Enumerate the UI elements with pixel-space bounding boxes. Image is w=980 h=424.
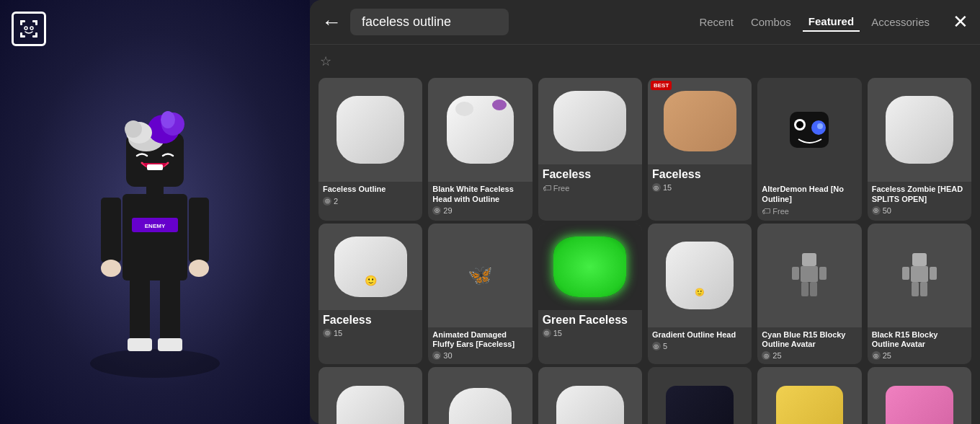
tag-icon: 🏷 [762,206,770,216]
item-green-faceless[interactable]: Green Faceless ◎ 15 [538,224,642,365]
svg-point-20 [101,260,121,277]
item-price: ◎ 50 [872,206,967,215]
svg-rect-14 [158,338,182,351]
svg-rect-15 [122,194,187,281]
tag-icon: 🏷 [543,183,551,193]
item-price: ◎ 25 [872,351,967,360]
item-price: ◎ 29 [432,206,527,215]
item-name: Faceless [323,313,418,327]
item-price: ◎ 15 [543,329,638,337]
svg-point-29 [125,120,142,138]
marketplace-header: ← faceless outline Recent Combos Feature… [310,0,980,45]
item-name: Black R15 Blocky Outline Avatar [872,330,967,349]
robux-icon: ◎ [762,351,770,360]
item-alterdemon[interactable]: AlterDemon Head [No Outline] 🏷 Free [757,78,861,221]
svg-rect-40 [801,282,808,296]
item-price: ◎ 25 [762,351,857,360]
robux-icon: ◎ [432,351,441,360]
svg-rect-39 [819,267,827,280]
character-panel: ENEMY [0,0,310,424]
svg-rect-19 [189,198,209,262]
svg-point-10 [90,349,220,378]
item-faceless-best[interactable]: BEST Faceless ◎ 15 [648,78,752,221]
item-black-blocky-avatar[interactable]: Black R15 Blocky Outline Avatar ◎ 25 [868,224,971,365]
character-view: ENEMY [0,0,310,424]
nav-tabs: Recent Combos Featured Accessories [693,12,935,32]
item-name: Faceless [652,167,747,181]
item-price: ◎ 5 [652,342,747,350]
svg-rect-3 [35,20,37,25]
robux-icon: ◎ [323,329,331,337]
item-name: Gradient Outline Head [652,330,747,340]
star-button[interactable]: ☆ [318,53,331,72]
svg-text:ENEMY: ENEMY [145,223,166,229]
svg-rect-1 [20,20,22,25]
robux-icon: ◎ [543,329,551,337]
svg-rect-30 [147,164,163,170]
item-row3-3[interactable]: 🙂 [538,367,642,424]
item-name: Animated Damaged Fluffy Ears [Faceless] [432,330,527,349]
item-name: Faceless [543,167,638,181]
items-grid-row1: Faceless Outline ◎ 2 Blank White Facel [318,78,971,221]
svg-rect-18 [101,198,121,262]
robux-icon: ◎ [323,197,331,206]
robux-icon: ◎ [652,183,661,192]
robux-icon: ◎ [872,351,881,360]
item-row3-4[interactable] [648,367,752,424]
svg-rect-5 [20,32,22,37]
close-button[interactable]: ✕ [953,11,968,33]
item-name: Faceless Zombie [HEAD SPLITS OPEN] [872,185,967,203]
svg-point-27 [161,111,175,128]
item-faceless-free[interactable]: Faceless 🏷 Free [538,78,642,221]
items-grid-row2: 🙂 Faceless ◎ 15 🦋 [318,224,971,365]
svg-point-33 [796,121,803,128]
item-row3-2[interactable] [428,367,532,424]
svg-rect-13 [128,338,152,351]
tab-recent[interactable]: Recent [693,13,739,31]
svg-rect-36 [802,253,816,266]
item-name: Faceless Outline [323,185,418,194]
item-faceless-outline[interactable]: Faceless Outline ◎ 2 [318,78,422,221]
svg-point-9 [30,27,33,30]
robux-icon: ◎ [652,342,661,350]
svg-rect-46 [912,282,919,296]
back-button[interactable]: ← [321,12,342,32]
svg-rect-41 [810,282,817,296]
items-grid-row3: 🙂 🙂 [318,367,971,424]
item-row3-6[interactable] [868,367,971,424]
svg-rect-44 [902,267,909,280]
item-cyan-blocky-avatar[interactable]: Cyan Blue R15 Blocky Outline Avatar ◎ 25 [757,224,861,365]
item-fluffy-ears[interactable]: 🦋 Animated Damaged Fluffy Ears [Faceless… [428,224,532,365]
tab-accessories[interactable]: Accessories [865,13,935,31]
item-price: 🏷 Free [762,206,857,216]
svg-rect-38 [792,267,799,280]
svg-rect-43 [911,266,928,282]
robux-icon: ◎ [432,206,441,215]
item-blank-white-faceless[interactable]: Blank White Faceless Head with Outline ◎… [428,78,532,221]
item-name: Blank White Faceless Head with Outline [432,185,527,203]
svg-rect-37 [801,266,818,282]
item-price: ◎ 30 [432,351,527,360]
item-faceless-015[interactable]: 🙂 Faceless ◎ 15 [318,224,422,365]
tab-featured[interactable]: Featured [803,12,860,32]
svg-point-21 [189,260,209,277]
item-name: Cyan Blue R15 Blocky Outline Avatar [762,330,857,349]
svg-rect-45 [930,267,937,280]
face-scan-icon[interactable] [12,12,46,46]
item-price: ◎ 15 [652,183,747,192]
marketplace-panel: ← faceless outline Recent Combos Feature… [310,0,980,424]
item-gradient-outline[interactable]: 🙂 Gradient Outline Head ◎ 5 [648,224,752,365]
item-row3-5[interactable] [757,367,861,424]
search-bar[interactable]: faceless outline [350,9,509,35]
svg-point-35 [817,123,823,129]
tab-combos[interactable]: Combos [745,13,797,31]
item-row3-1[interactable]: 🙂 [318,367,422,424]
svg-rect-7 [35,32,37,37]
item-faceless-zombie[interactable]: Faceless Zombie [HEAD SPLITS OPEN] ◎ 50 [868,78,971,221]
svg-rect-47 [920,282,927,296]
best-badge: BEST [651,81,672,90]
item-name: Green Faceless [543,313,638,327]
svg-point-8 [24,27,27,30]
robux-icon: ◎ [872,206,881,215]
items-content: ☆ Faceless Outline ◎ 2 [310,45,980,424]
